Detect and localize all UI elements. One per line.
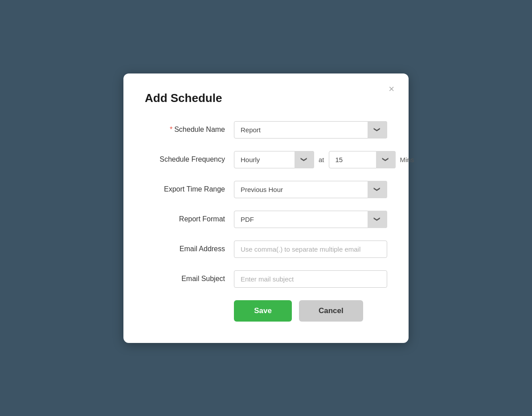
export-time-range-control: Previous Hour Last 24 Hours Last 7 Days … — [234, 181, 387, 198]
report-format-select-wrapper: PDF CSV Excel — [234, 211, 387, 228]
schedule-frequency-control: Hourly Daily Weekly Monthly at 0 5 10 — [234, 151, 414, 168]
email-subject-row: Email Subject — [145, 270, 387, 288]
export-time-range-select-wrapper: Previous Hour Last 24 Hours Last 7 Days … — [234, 181, 387, 198]
modal-title: Add Schedule — [145, 91, 387, 105]
add-schedule-modal: Add Schedule × *Schedule Name Report Dai… — [123, 73, 409, 343]
email-address-label: Email Address — [145, 245, 234, 253]
schedule-name-select[interactable]: Report Daily Report Weekly Report — [234, 121, 387, 139]
frequency-select-wrapper: Hourly Daily Weekly Monthly — [234, 151, 314, 168]
close-button[interactable]: × — [385, 82, 398, 96]
email-subject-control — [234, 270, 387, 288]
export-time-range-row: Export Time Range Previous Hour Last 24 … — [145, 181, 387, 198]
email-address-control — [234, 241, 387, 258]
export-time-range-label: Export Time Range — [145, 185, 234, 193]
required-star: * — [170, 126, 172, 133]
mins-select[interactable]: 0 5 10 15 20 30 45 — [329, 151, 396, 168]
frequency-select[interactable]: Hourly Daily Weekly Monthly — [234, 151, 314, 168]
schedule-name-label: *Schedule Name — [145, 126, 234, 134]
export-time-range-select[interactable]: Previous Hour Last 24 Hours Last 7 Days … — [234, 181, 387, 198]
schedule-name-row: *Schedule Name Report Daily Report Weekl… — [145, 121, 387, 139]
save-button[interactable]: Save — [234, 300, 292, 322]
modal-overlay: Add Schedule × *Schedule Name Report Dai… — [0, 0, 532, 416]
mins-label: Mins — [400, 156, 414, 163]
at-label: at — [319, 156, 324, 163]
frequency-row: Hourly Daily Weekly Monthly at 0 5 10 — [234, 151, 414, 168]
cancel-button[interactable]: Cancel — [299, 300, 363, 322]
schedule-frequency-label: Schedule Frequency — [145, 155, 234, 163]
report-format-label: Report Format — [145, 215, 234, 223]
email-subject-label: Email Subject — [145, 275, 234, 283]
schedule-frequency-row: Schedule Frequency Hourly Daily Weekly M… — [145, 151, 387, 168]
email-address-row: Email Address — [145, 241, 387, 258]
schedule-name-select-wrapper: Report Daily Report Weekly Report — [234, 121, 387, 139]
report-format-row: Report Format PDF CSV Excel — [145, 211, 387, 228]
button-row: Save Cancel — [145, 300, 387, 322]
email-subject-input[interactable] — [234, 270, 387, 288]
schedule-name-control: Report Daily Report Weekly Report — [234, 121, 387, 139]
report-format-select[interactable]: PDF CSV Excel — [234, 211, 387, 228]
email-address-input[interactable] — [234, 241, 387, 258]
mins-select-wrapper: 0 5 10 15 20 30 45 — [329, 151, 396, 168]
report-format-control: PDF CSV Excel — [234, 211, 387, 228]
